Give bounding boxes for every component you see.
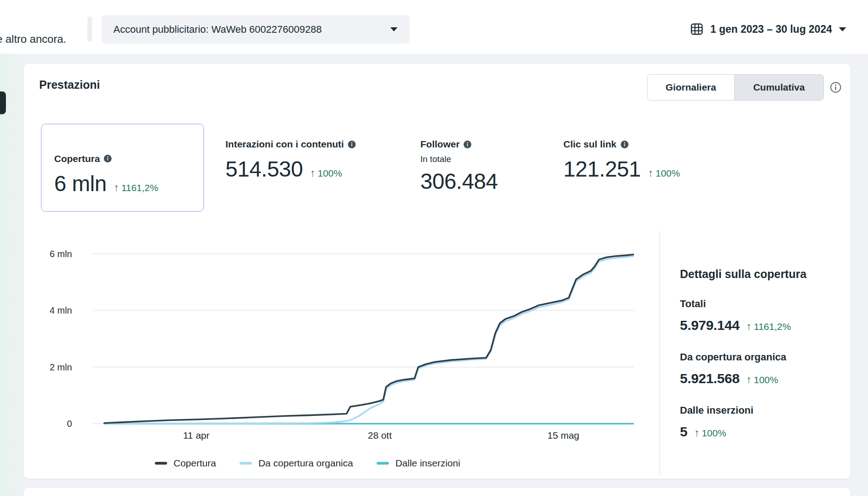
details-delta: ↑ 100%: [746, 374, 778, 386]
metric-clic-sul-link[interactable]: Clic sul link 121.251 ↑ 100%: [563, 138, 680, 182]
details-value: 5: [680, 424, 687, 440]
legend-swatch-icon: [377, 462, 389, 465]
details-row-label: Totali: [680, 298, 706, 310]
metric-value: 121.251: [563, 157, 641, 182]
legend-label: Dalle inserzioni: [395, 458, 460, 469]
metric-label: Follower: [420, 138, 460, 150]
reach-details-panel: Dettagli sulla copertura Totali 5.979.14…: [680, 260, 844, 461]
vertical-divider: [659, 231, 660, 476]
metric-sublabel: In totale: [420, 154, 498, 164]
metric-interazioni[interactable]: Interazioni con i contenuti 514.530 ↑ 10…: [225, 138, 356, 182]
metric-delta: ↑ 100%: [310, 167, 342, 179]
view-mode-toggle: Giornaliera Cumulativa: [647, 74, 824, 101]
chevron-down-icon: [839, 27, 846, 31]
overlay-edge-tab: [0, 91, 6, 114]
metric-label: Clic sul link: [563, 138, 617, 150]
panel-title: Prestazioni: [39, 78, 100, 91]
x-axis-label: 15 mag: [531, 430, 595, 441]
metric-delta: ↑ 100%: [648, 167, 680, 179]
calendar-icon: [690, 22, 704, 36]
legend-swatch-icon: [240, 462, 252, 465]
toggle-cumulative[interactable]: Cumulativa: [734, 75, 823, 100]
performance-panel: Prestazioni Giornaliera Cumulativa Coper…: [24, 64, 850, 479]
up-arrow-icon: ↑: [310, 167, 316, 179]
legend-swatch-icon: [155, 462, 167, 465]
x-axis-label: 11 apr: [164, 430, 228, 441]
date-range-selector[interactable]: 1 gen 2023 – 30 lug 2024: [690, 15, 846, 43]
metric-value: 6 mln: [54, 171, 107, 197]
details-row-value: 5.921.568 ↑ 100%: [680, 371, 778, 386]
legend-item-organica: Da copertura organica: [240, 458, 353, 469]
ad-account-label: Account pubblicitario: WaWeb 60022760092…: [113, 24, 322, 35]
up-arrow-icon: ↑: [648, 167, 654, 179]
details-delta: ↑ 100%: [694, 427, 726, 439]
chart-legend: Copertura Da copertura organica Dalle in…: [155, 458, 460, 469]
topbar: e altro ancora. Account pubblicitario: W…: [0, 0, 868, 54]
details-delta: ↑ 1161,2%: [746, 320, 791, 333]
chevron-down-icon: [390, 27, 398, 31]
legend-item-copertura: Copertura: [155, 458, 216, 469]
metric-delta: ↑ 1161,2%: [114, 182, 158, 194]
info-icon[interactable]: [464, 141, 471, 148]
date-range-label: 1 gen 2023 – 30 lug 2024: [710, 23, 832, 35]
details-delta-value: 1161,2%: [754, 321, 791, 332]
metric-label: Interazioni con i contenuti: [225, 138, 344, 150]
info-icon[interactable]: [104, 155, 112, 162]
info-icon[interactable]: [348, 141, 356, 148]
info-icon[interactable]: [621, 141, 628, 148]
details-row-label: Da copertura organica: [680, 351, 786, 363]
legend-label: Copertura: [174, 458, 216, 469]
page-left-gradient: [0, 54, 27, 496]
details-title: Dettagli sulla copertura: [680, 268, 807, 281]
y-axis-label: 6 mln: [24, 248, 72, 259]
y-axis-label: 0: [24, 418, 72, 429]
metric-delta-value: 100%: [656, 168, 680, 179]
next-section-card: [24, 488, 850, 496]
details-value: 5.979.144: [680, 318, 740, 333]
up-arrow-icon: ↑: [694, 427, 700, 439]
details-row-value: 5 ↑ 100%: [680, 424, 726, 440]
up-arrow-icon: ↑: [746, 320, 752, 333]
details-delta-value: 100%: [702, 428, 726, 439]
reach-line-chart: [93, 246, 634, 437]
metric-card-copertura[interactable]: Copertura 6 mln ↑ 1161,2%: [41, 124, 204, 212]
up-arrow-icon: ↑: [746, 374, 752, 386]
separator: [87, 16, 92, 42]
details-value: 5.921.568: [680, 371, 740, 386]
metric-label: Copertura: [54, 153, 100, 165]
legend-label: Da copertura organica: [258, 458, 353, 469]
details-delta-value: 100%: [754, 375, 778, 385]
metric-value: 306.484: [420, 169, 498, 194]
ad-account-selector[interactable]: Account pubblicitario: WaWeb 60022760092…: [102, 15, 409, 44]
metric-follower[interactable]: Follower In totale 306.484: [420, 138, 498, 194]
toggle-daily[interactable]: Giornaliera: [648, 75, 734, 100]
y-axis-label: 2 mln: [24, 362, 72, 373]
metric-delta-value: 1161,2%: [121, 182, 158, 193]
metric-value: 514.530: [225, 157, 303, 182]
x-axis-label: 28 ott: [348, 430, 412, 441]
metric-delta-value: 100%: [318, 168, 342, 179]
up-arrow-icon: ↑: [114, 182, 119, 194]
y-axis-label: 4 mln: [24, 305, 72, 316]
legend-item-inserzioni: Dalle inserzioni: [377, 458, 460, 469]
details-row-value: 5.979.144 ↑ 1161,2%: [680, 318, 791, 333]
info-icon[interactable]: [830, 81, 842, 93]
details-row-label: Dalle inserzioni: [680, 405, 753, 416]
partial-sentence-text: e altro ancora.: [0, 33, 66, 46]
